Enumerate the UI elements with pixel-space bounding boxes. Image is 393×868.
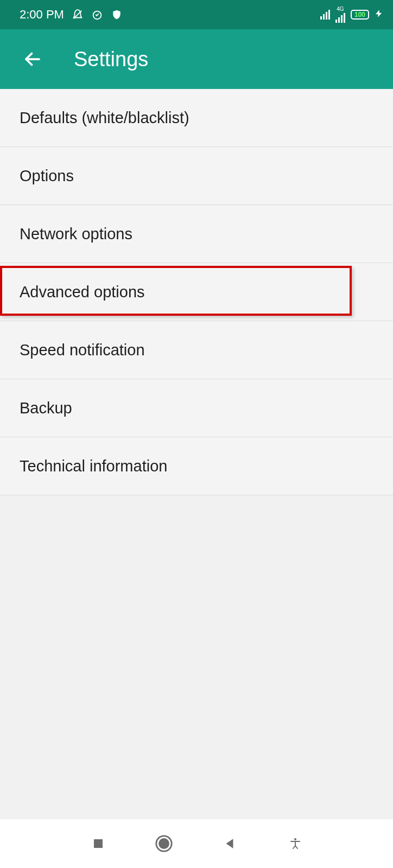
signal-icon: [320, 10, 330, 20]
status-left: 2:00 PM: [20, 8, 123, 22]
list-item-label: Options: [20, 167, 74, 185]
list-item-label: Defaults (white/blacklist): [20, 109, 189, 127]
battery-icon: 100: [351, 10, 369, 20]
system-nav-bar: [0, 819, 393, 868]
svg-point-5: [159, 839, 168, 848]
back-button[interactable]: [20, 46, 46, 72]
back-nav-button[interactable]: [219, 833, 240, 854]
status-bar: 2:00 PM 4G 100: [0, 0, 393, 29]
list-item-label: Backup: [20, 399, 72, 417]
home-button[interactable]: [153, 833, 175, 854]
list-item-label: Network options: [20, 225, 132, 243]
item-backup[interactable]: Backup: [0, 379, 393, 437]
item-network-options[interactable]: Network options: [0, 205, 393, 263]
settings-list: Defaults (white/blacklist) Options Netwo…: [0, 89, 393, 495]
item-advanced-options[interactable]: Advanced options: [0, 263, 393, 321]
item-defaults[interactable]: Defaults (white/blacklist): [0, 89, 393, 147]
recents-button[interactable]: [87, 833, 109, 854]
alarm-icon: [91, 9, 103, 21]
svg-rect-3: [94, 839, 103, 848]
network-signal-icon: 4G: [335, 7, 345, 23]
arrow-left-icon: [23, 49, 42, 69]
svg-point-6: [294, 838, 296, 840]
accessibility-button[interactable]: [284, 833, 306, 854]
app-bar: Settings: [0, 29, 393, 89]
item-speed-notification[interactable]: Speed notification: [0, 321, 393, 379]
status-right: 4G 100: [320, 7, 383, 23]
status-time: 2:00 PM: [20, 8, 64, 22]
list-item-label: Advanced options: [20, 283, 145, 301]
accessibility-icon: [289, 837, 302, 850]
item-options[interactable]: Options: [0, 147, 393, 205]
list-item-label: Speed notification: [20, 341, 145, 359]
mute-icon: [72, 9, 84, 21]
item-technical-information[interactable]: Technical information: [0, 437, 393, 495]
square-icon: [92, 837, 105, 850]
page-title: Settings: [74, 48, 148, 71]
shield-icon: [111, 9, 123, 21]
circle-icon: [155, 834, 173, 853]
triangle-left-icon: [223, 837, 237, 851]
charging-icon: [375, 8, 383, 21]
list-item-label: Technical information: [20, 457, 167, 475]
